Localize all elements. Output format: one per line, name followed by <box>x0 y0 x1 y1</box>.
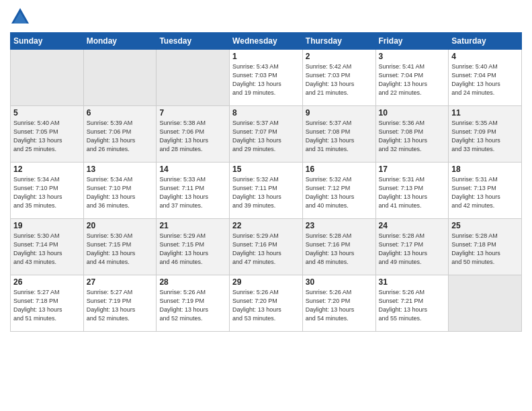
day-number: 22 <box>232 221 300 230</box>
weekday-header: Wednesday <box>230 33 303 50</box>
day-number: 23 <box>306 221 373 230</box>
calendar-week: 26Sunrise: 5:27 AM Sunset: 7:18 PM Dayli… <box>11 275 522 332</box>
day-number: 27 <box>87 277 154 287</box>
day-info: Sunrise: 5:28 AM Sunset: 7:17 PM Dayligh… <box>379 232 446 267</box>
day-info: Sunrise: 5:31 AM Sunset: 7:13 PM Dayligh… <box>379 175 446 210</box>
calendar-cell <box>83 50 157 106</box>
calendar-cell: 11Sunrise: 5:35 AM Sunset: 7:09 PM Dayli… <box>449 106 522 163</box>
calendar-header: SundayMondayTuesdayWednesdayThursdayFrid… <box>11 33 522 50</box>
weekday-header: Tuesday <box>157 33 230 50</box>
day-info: Sunrise: 5:34 AM Sunset: 7:10 PM Dayligh… <box>13 175 81 210</box>
day-info: Sunrise: 5:26 AM Sunset: 7:19 PM Dayligh… <box>159 288 226 323</box>
calendar-cell: 27Sunrise: 5:27 AM Sunset: 7:19 PM Dayli… <box>83 275 157 332</box>
day-info: Sunrise: 5:27 AM Sunset: 7:18 PM Dayligh… <box>13 288 81 323</box>
day-info: Sunrise: 5:38 AM Sunset: 7:06 PM Dayligh… <box>159 119 226 154</box>
calendar-week: 1Sunrise: 5:43 AM Sunset: 7:03 PM Daylig… <box>11 50 522 106</box>
day-info: Sunrise: 5:26 AM Sunset: 7:21 PM Dayligh… <box>379 288 446 323</box>
day-info: Sunrise: 5:33 AM Sunset: 7:11 PM Dayligh… <box>159 175 226 210</box>
day-info: Sunrise: 5:26 AM Sunset: 7:20 PM Dayligh… <box>306 288 373 323</box>
day-number: 10 <box>379 108 446 118</box>
calendar-cell: 30Sunrise: 5:26 AM Sunset: 7:20 PM Dayli… <box>302 275 375 332</box>
day-number: 24 <box>379 221 446 230</box>
day-info: Sunrise: 5:37 AM Sunset: 7:08 PM Dayligh… <box>306 119 373 154</box>
day-info: Sunrise: 5:40 AM Sunset: 7:04 PM Dayligh… <box>451 62 519 97</box>
day-number: 20 <box>87 221 154 230</box>
day-number: 4 <box>451 52 519 61</box>
day-number: 29 <box>232 277 300 287</box>
day-number: 6 <box>87 108 154 118</box>
calendar-cell: 1Sunrise: 5:43 AM Sunset: 7:03 PM Daylig… <box>230 50 303 106</box>
calendar-cell: 5Sunrise: 5:40 AM Sunset: 7:05 PM Daylig… <box>11 106 84 163</box>
day-number: 11 <box>451 108 519 118</box>
calendar-cell: 31Sunrise: 5:26 AM Sunset: 7:21 PM Dayli… <box>375 275 449 332</box>
day-info: Sunrise: 5:32 AM Sunset: 7:12 PM Dayligh… <box>306 175 373 210</box>
calendar-cell: 8Sunrise: 5:37 AM Sunset: 7:07 PM Daylig… <box>230 106 303 163</box>
day-number: 16 <box>306 165 373 174</box>
calendar-cell: 9Sunrise: 5:37 AM Sunset: 7:08 PM Daylig… <box>302 106 375 163</box>
calendar-cell: 28Sunrise: 5:26 AM Sunset: 7:19 PM Dayli… <box>157 275 230 332</box>
day-info: Sunrise: 5:37 AM Sunset: 7:07 PM Dayligh… <box>232 119 300 154</box>
calendar-body: 1Sunrise: 5:43 AM Sunset: 7:03 PM Daylig… <box>11 50 522 332</box>
calendar-week: 12Sunrise: 5:34 AM Sunset: 7:10 PM Dayli… <box>11 163 522 219</box>
calendar-cell: 22Sunrise: 5:29 AM Sunset: 7:16 PM Dayli… <box>230 219 303 275</box>
calendar-page: SundayMondayTuesdayWednesdayThursdayFrid… <box>0 0 532 411</box>
day-number: 1 <box>232 52 300 61</box>
day-number: 26 <box>13 277 81 287</box>
day-number: 30 <box>306 277 373 287</box>
calendar-cell: 6Sunrise: 5:39 AM Sunset: 7:06 PM Daylig… <box>83 106 157 163</box>
weekday-header: Sunday <box>11 33 84 50</box>
calendar-week: 5Sunrise: 5:40 AM Sunset: 7:05 PM Daylig… <box>11 106 522 163</box>
day-info: Sunrise: 5:36 AM Sunset: 7:08 PM Dayligh… <box>379 119 446 154</box>
day-info: Sunrise: 5:40 AM Sunset: 7:05 PM Dayligh… <box>13 119 81 154</box>
day-info: Sunrise: 5:26 AM Sunset: 7:20 PM Dayligh… <box>232 288 300 323</box>
calendar-cell <box>449 275 522 332</box>
day-number: 15 <box>232 165 300 174</box>
calendar-cell: 16Sunrise: 5:32 AM Sunset: 7:12 PM Dayli… <box>302 163 375 219</box>
day-info: Sunrise: 5:43 AM Sunset: 7:03 PM Dayligh… <box>232 62 300 97</box>
calendar-cell: 15Sunrise: 5:32 AM Sunset: 7:11 PM Dayli… <box>230 163 303 219</box>
calendar-cell: 2Sunrise: 5:42 AM Sunset: 7:03 PM Daylig… <box>302 50 375 106</box>
calendar-week: 19Sunrise: 5:30 AM Sunset: 7:14 PM Dayli… <box>11 219 522 275</box>
calendar-cell: 29Sunrise: 5:26 AM Sunset: 7:20 PM Dayli… <box>230 275 303 332</box>
day-info: Sunrise: 5:28 AM Sunset: 7:16 PM Dayligh… <box>306 232 373 267</box>
day-number: 31 <box>379 277 446 287</box>
calendar-cell <box>11 50 84 106</box>
day-info: Sunrise: 5:30 AM Sunset: 7:15 PM Dayligh… <box>87 232 154 267</box>
calendar-cell: 26Sunrise: 5:27 AM Sunset: 7:18 PM Dayli… <box>11 275 84 332</box>
day-info: Sunrise: 5:42 AM Sunset: 7:03 PM Dayligh… <box>306 62 373 97</box>
calendar-cell: 21Sunrise: 5:29 AM Sunset: 7:15 PM Dayli… <box>157 219 230 275</box>
day-number: 2 <box>306 52 373 61</box>
calendar-cell: 24Sunrise: 5:28 AM Sunset: 7:17 PM Dayli… <box>375 219 449 275</box>
weekday-header: Friday <box>375 33 449 50</box>
calendar-cell: 4Sunrise: 5:40 AM Sunset: 7:04 PM Daylig… <box>449 50 522 106</box>
calendar-cell: 13Sunrise: 5:34 AM Sunset: 7:10 PM Dayli… <box>83 163 157 219</box>
calendar-cell: 19Sunrise: 5:30 AM Sunset: 7:14 PM Dayli… <box>11 219 84 275</box>
day-number: 19 <box>13 221 81 230</box>
day-info: Sunrise: 5:31 AM Sunset: 7:13 PM Dayligh… <box>451 175 519 210</box>
calendar-cell: 23Sunrise: 5:28 AM Sunset: 7:16 PM Dayli… <box>302 219 375 275</box>
calendar-table: SundayMondayTuesdayWednesdayThursdayFrid… <box>10 32 522 332</box>
calendar-cell: 3Sunrise: 5:41 AM Sunset: 7:04 PM Daylig… <box>375 50 449 106</box>
weekday-header: Monday <box>83 33 157 50</box>
day-info: Sunrise: 5:34 AM Sunset: 7:10 PM Dayligh… <box>87 175 154 210</box>
calendar-cell: 17Sunrise: 5:31 AM Sunset: 7:13 PM Dayli… <box>375 163 449 219</box>
day-info: Sunrise: 5:28 AM Sunset: 7:18 PM Dayligh… <box>451 232 519 267</box>
day-number: 17 <box>379 165 446 174</box>
day-info: Sunrise: 5:30 AM Sunset: 7:14 PM Dayligh… <box>13 232 81 267</box>
weekday-header: Thursday <box>302 33 375 50</box>
calendar-cell: 10Sunrise: 5:36 AM Sunset: 7:08 PM Dayli… <box>375 106 449 163</box>
day-number: 9 <box>306 108 373 118</box>
day-number: 8 <box>232 108 300 118</box>
calendar-cell: 12Sunrise: 5:34 AM Sunset: 7:10 PM Dayli… <box>11 163 84 219</box>
day-info: Sunrise: 5:35 AM Sunset: 7:09 PM Dayligh… <box>451 119 519 154</box>
day-number: 25 <box>451 221 519 230</box>
day-info: Sunrise: 5:29 AM Sunset: 7:16 PM Dayligh… <box>232 232 300 267</box>
weekday-header: Saturday <box>449 33 522 50</box>
calendar-cell: 18Sunrise: 5:31 AM Sunset: 7:13 PM Dayli… <box>449 163 522 219</box>
day-number: 5 <box>13 108 81 118</box>
day-number: 14 <box>159 165 226 174</box>
calendar-cell <box>157 50 230 106</box>
weekday-row: SundayMondayTuesdayWednesdayThursdayFrid… <box>11 33 522 50</box>
day-info: Sunrise: 5:27 AM Sunset: 7:19 PM Dayligh… <box>87 288 154 323</box>
day-number: 13 <box>87 165 154 174</box>
